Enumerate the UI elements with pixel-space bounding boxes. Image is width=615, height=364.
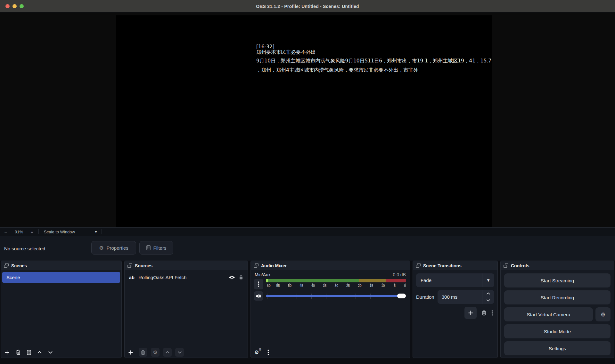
meter-scale: -60 -55 -50 -45 -40 -35 -30 -25 -20 -15 <box>266 283 406 288</box>
remove-transition-button[interactable] <box>481 310 487 316</box>
move-source-up-button[interactable] <box>163 348 172 357</box>
source-properties-gear-button[interactable]: ⚙ <box>151 348 160 357</box>
settings-button[interactable]: Settings <box>504 341 611 355</box>
sources-panel-header[interactable]: Sources <box>125 261 248 270</box>
filters-label: Filters <box>153 245 167 251</box>
maximize-button[interactable] <box>20 4 24 8</box>
advanced-audio-gears-icon[interactable]: ⚙⚙ <box>254 349 259 355</box>
source-toolbar: No source selected ⚙ Properties Filters <box>0 236 615 261</box>
properties-label: Properties <box>106 245 128 251</box>
scene-transitions-panel-header[interactable]: Scene Transitions <box>413 261 497 270</box>
channel-volume-db: 0.0 dB <box>393 272 406 277</box>
scenes-toolbar <box>1 347 121 358</box>
channel-menu-button[interactable] <box>254 279 263 289</box>
slider-track[interactable] <box>266 295 406 297</box>
gear-icon: ⚙ <box>99 245 103 251</box>
start-recording-button[interactable]: Start Recording <box>504 290 611 304</box>
chevron-down-icon: ▼ <box>95 230 97 233</box>
add-scene-button[interactable] <box>4 350 10 355</box>
meter-green-segment <box>268 279 359 282</box>
text-source-icon: ab <box>129 275 135 280</box>
start-streaming-button[interactable]: Start Streaming <box>504 273 611 287</box>
move-source-down-button[interactable] <box>175 348 184 357</box>
sources-list: ab RollingOaks API Fetch <box>125 270 248 347</box>
start-virtual-camera-button[interactable]: Start Virtual Camera <box>504 307 593 321</box>
audio-mixer-panel: Audio Mixer Mic/Aux 0.0 dB <box>250 261 410 358</box>
duration-increment-button[interactable] <box>482 290 494 297</box>
scale-mode-dropdown[interactable]: Scale to Window ▼ <box>39 228 101 236</box>
mixer-channel-mic-aux: Mic/Aux 0.0 dB <box>251 270 410 301</box>
preview-canvas[interactable]: [16:32] 郑州要求市民非必要不外出 9月10日，郑州主城区城市内涝气象风险… <box>116 15 492 227</box>
add-source-button[interactable] <box>128 350 133 355</box>
text-source-overlay: [16:32] 郑州要求市民非必要不外出 9月10日，郑州主城区城市内涝气象风险… <box>256 44 491 75</box>
duration-value[interactable]: 300 ms <box>438 290 482 304</box>
close-button[interactable] <box>5 4 10 8</box>
mute-speaker-button[interactable] <box>254 291 263 301</box>
scene-transitions-panel-title: Scene Transitions <box>423 263 462 268</box>
dock-icon <box>254 263 258 268</box>
meter-yellow-segment <box>359 279 386 282</box>
audio-mixer-toolbar: ⚙⚙ <box>251 347 410 358</box>
remove-scene-button[interactable] <box>16 350 21 355</box>
titlebar: OBS 31.1.2 - Profile: Untitled - Scenes:… <box>0 0 615 12</box>
dock-icon <box>127 263 132 268</box>
audio-mixer-body: Mic/Aux 0.0 dB <box>251 270 410 347</box>
duration-decrement-button[interactable] <box>482 297 494 304</box>
overlay-line: 郑州要求市民非必要不外出 <box>256 50 491 55</box>
audio-mixer-panel-header[interactable]: Audio Mixer <box>251 261 410 270</box>
scenes-panel-header[interactable]: Scenes <box>1 261 121 270</box>
window-title: OBS 31.1.2 - Profile: Untitled - Scenes:… <box>256 4 359 9</box>
controls-panel-header[interactable]: Controls <box>501 261 614 270</box>
transition-properties-button[interactable] <box>491 310 493 316</box>
traffic-lights <box>5 0 24 12</box>
transition-selected: Fade <box>416 278 482 283</box>
zoom-in-button[interactable]: + <box>26 229 38 235</box>
virtual-camera-settings-button[interactable]: ⚙ <box>595 307 611 321</box>
obs-window: OBS 31.1.2 - Profile: Untitled - Scenes:… <box>0 0 615 364</box>
controls-panel-title: Controls <box>511 263 529 268</box>
dock-row: Scenes Scene <box>0 261 615 358</box>
scene-list-item[interactable]: Scene <box>2 272 120 283</box>
zoom-level: 91% <box>12 230 26 234</box>
visibility-eye-icon[interactable] <box>229 275 235 279</box>
zoom-out-button[interactable]: − <box>0 229 12 235</box>
channel-name: Mic/Aux <box>255 272 271 277</box>
source-item-label: RollingOaks API Fetch <box>138 275 225 280</box>
move-scene-down-button[interactable] <box>48 351 53 354</box>
mixer-menu-button[interactable] <box>267 350 269 355</box>
scenes-panel-title: Scenes <box>11 263 27 268</box>
status-bar <box>0 359 615 364</box>
source-list-item[interactable]: ab RollingOaks API Fetch <box>125 272 248 283</box>
sources-panel: Sources ab RollingOaks API Fetch <box>124 261 248 358</box>
meter-red-segment <box>386 279 406 282</box>
properties-button[interactable]: ⚙ Properties <box>91 241 136 255</box>
duration-spinbox[interactable]: 300 ms <box>438 290 494 304</box>
volume-meter: -60 -55 -50 -45 -40 -35 -30 -25 -20 -15 <box>266 279 406 289</box>
separator <box>102 229 102 234</box>
lock-icon[interactable] <box>239 275 243 280</box>
sources-toolbar: ⚙ <box>125 347 248 358</box>
studio-mode-button[interactable]: Studio Mode <box>504 324 611 338</box>
chevron-down-icon: ▼ <box>482 273 494 287</box>
filters-button[interactable]: Filters <box>139 241 173 255</box>
meter-bar <box>266 279 406 282</box>
separator <box>38 229 39 234</box>
no-source-status: No source selected <box>4 246 45 251</box>
scale-mode-label: Scale to Window <box>44 230 75 234</box>
add-transition-button[interactable] <box>464 307 477 319</box>
overlay-line: ，郑州，郑州4主城区城市内涝气象风险，要求市民非必要不外出，市非外 <box>256 66 491 75</box>
preview-area: [16:32] 郑州要求市民非必要不外出 9月10日，郑州主城区城市内涝气象风险… <box>0 12 615 227</box>
scene-item-label: Scene <box>6 275 20 280</box>
remove-source-button[interactable] <box>139 348 147 357</box>
dock-icon <box>416 263 421 268</box>
controls-body: Start Streaming Start Recording Start Vi… <box>501 270 614 358</box>
volume-slider[interactable] <box>266 294 406 299</box>
minimize-button[interactable] <box>12 4 17 8</box>
move-scene-up-button[interactable] <box>37 351 42 354</box>
scene-transitions-panel: Scene Transitions Fade ▼ Duration 300 ms <box>413 261 498 358</box>
transition-dropdown[interactable]: Fade ▼ <box>416 273 494 287</box>
slider-handle[interactable] <box>397 294 406 298</box>
audio-mixer-panel-title: Audio Mixer <box>261 263 287 268</box>
preview-zoom-bar: − 91% + Scale to Window ▼ <box>0 227 615 236</box>
scene-filters-button[interactable] <box>27 350 31 355</box>
